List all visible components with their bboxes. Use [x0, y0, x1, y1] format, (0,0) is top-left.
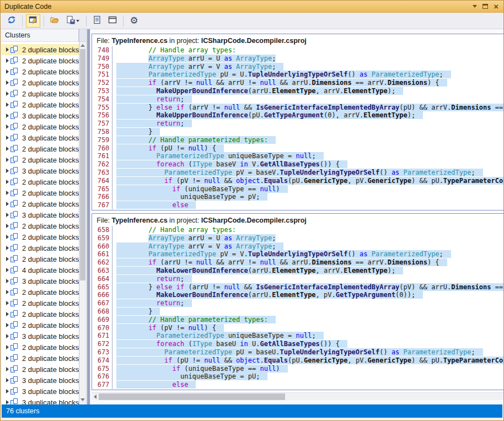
- expander-icon[interactable]: [4, 356, 10, 360]
- expander-icon[interactable]: [4, 158, 10, 162]
- cluster-item[interactable]: 3 duplicate blocks: [2, 331, 79, 342]
- cluster-item[interactable]: 2 duplicate blocks: [2, 342, 79, 353]
- close-icon[interactable]: ×: [494, 3, 498, 10]
- code-area[interactable]: 658 // Handle array types:659 ArrayType …: [92, 226, 504, 389]
- cluster-item[interactable]: 2 duplicate blocks: [2, 55, 79, 66]
- cluster-item[interactable]: 2 duplicate blocks: [2, 364, 79, 375]
- expander-icon[interactable]: [4, 378, 10, 382]
- refresh-button[interactable]: [4, 14, 19, 28]
- cluster-item[interactable]: 2 duplicate blocks: [2, 99, 79, 110]
- cluster-item[interactable]: 2 duplicate blocks: [2, 320, 79, 331]
- cluster-item[interactable]: 2 duplicate blocks: [2, 198, 79, 209]
- horizontal-scrollbar-thumb[interactable]: [99, 393, 285, 400]
- cluster-item[interactable]: 2 duplicate blocks: [2, 154, 79, 165]
- pane-splitter[interactable]: [87, 29, 90, 404]
- clusters-header-label: Clusters: [2, 29, 78, 41]
- cluster-item[interactable]: 4 duplicate blocks: [2, 265, 79, 276]
- expander-icon[interactable]: [4, 268, 10, 272]
- pane-scrollbar-thumb[interactable]: [87, 29, 90, 404]
- expander-icon[interactable]: [4, 290, 10, 294]
- expander-icon[interactable]: [4, 125, 10, 129]
- expander-icon[interactable]: [4, 246, 10, 250]
- scroll-up-icon[interactable]: [79, 42, 86, 49]
- save-dropdown-arrow-icon[interactable]: [76, 20, 79, 22]
- chevron-down-icon[interactable]: [473, 5, 477, 8]
- report-button[interactable]: [90, 14, 104, 28]
- expander-icon[interactable]: [4, 58, 10, 63]
- expander-icon[interactable]: [4, 180, 10, 184]
- cluster-item[interactable]: 2 duplicate blocks: [2, 353, 79, 364]
- title-bar[interactable]: Duplicate Code ×: [1, 1, 503, 13]
- maximize-icon[interactable]: [482, 4, 488, 9]
- cluster-item[interactable]: 2 duplicate blocks: [2, 121, 79, 132]
- cluster-item-label: 2 duplicate blocks: [22, 46, 79, 54]
- expander-icon[interactable]: [4, 102, 10, 107]
- expander-icon[interactable]: [4, 312, 10, 316]
- expander-icon[interactable]: [4, 147, 10, 151]
- expander-icon[interactable]: [4, 367, 10, 371]
- expander-icon[interactable]: [4, 389, 10, 393]
- expander-icon[interactable]: [4, 345, 10, 349]
- cluster-item[interactable]: 3 duplicate blocks: [2, 386, 79, 397]
- cluster-item[interactable]: 2 duplicate blocks: [2, 77, 79, 88]
- expander-icon[interactable]: [4, 69, 10, 74]
- code-line: 668 }: [92, 307, 504, 316]
- expander-icon[interactable]: [4, 279, 10, 283]
- cluster-item[interactable]: 2 duplicate blocks: [2, 220, 79, 231]
- cluster-item[interactable]: 2 duplicate blocks: [2, 66, 79, 77]
- cluster-item[interactable]: 2 duplicate blocks: [2, 253, 79, 265]
- cluster-item[interactable]: 3 duplicate blocks: [2, 397, 79, 404]
- cluster-item[interactable]: 2 duplicate blocks: [2, 143, 79, 154]
- cluster-item[interactable]: 3 duplicate blocks: [2, 276, 79, 287]
- cluster-item[interactable]: 2 duplicate blocks: [2, 187, 79, 198]
- cluster-item[interactable]: 3 duplicate blocks: [2, 375, 79, 386]
- cluster-item[interactable]: 2 duplicate blocks: [2, 309, 79, 320]
- clusters-scrollbar[interactable]: [79, 29, 87, 404]
- line-number: 748: [92, 46, 112, 55]
- cluster-item[interactable]: 2 duplicate blocks: [2, 88, 79, 99]
- cluster-item[interactable]: 2 duplicate blocks: [2, 231, 79, 242]
- clusters-header[interactable]: Clusters: [2, 29, 79, 42]
- open-folder-button[interactable]: [47, 14, 62, 28]
- analyze-toggle-button[interactable]: [26, 14, 40, 28]
- expander-icon[interactable]: [4, 114, 10, 118]
- expander-icon[interactable]: [4, 191, 10, 195]
- expander-icon[interactable]: [4, 213, 10, 217]
- expander-icon[interactable]: [4, 136, 10, 140]
- scroll-left-icon[interactable]: [92, 393, 99, 401]
- cluster-item[interactable]: 2 duplicate blocks: [2, 242, 79, 253]
- cluster-item[interactable]: 2 duplicate blocks: [2, 44, 79, 55]
- expander-icon[interactable]: [4, 202, 10, 206]
- scrollbar-track[interactable]: [79, 49, 86, 396]
- duplicate-highlight: foreach (IType baseV in V.GetAllBaseType…: [116, 160, 347, 168]
- expander-icon[interactable]: [4, 301, 10, 305]
- cluster-item[interactable]: 3 duplicate blocks: [2, 110, 79, 121]
- settings-button[interactable]: ⚙: [127, 14, 141, 28]
- cluster-item[interactable]: 3 duplicate blocks: [2, 209, 79, 220]
- expander-icon[interactable]: [4, 169, 10, 173]
- code-area[interactable]: 748 // Handle array types:749 ArrayType …: [92, 46, 504, 209]
- cluster-item[interactable]: 2 duplicate blocks: [2, 298, 79, 309]
- expander-icon[interactable]: [4, 91, 10, 96]
- cluster-item[interactable]: 2 duplicate blocks: [2, 287, 79, 298]
- cluster-item[interactable]: 3 duplicate blocks: [2, 165, 79, 176]
- expander-icon[interactable]: [4, 47, 10, 52]
- expander-icon[interactable]: [4, 334, 10, 338]
- expander-icon[interactable]: [4, 235, 10, 239]
- expander-icon[interactable]: [4, 80, 10, 85]
- expander-icon[interactable]: [4, 400, 10, 404]
- scrollbar-thumb[interactable]: [80, 49, 85, 280]
- expander-icon[interactable]: [4, 224, 10, 228]
- clusters-list[interactable]: 2 duplicate blocks2 duplicate blocks2 du…: [2, 42, 79, 404]
- duplicate-highlight: return;: [116, 120, 192, 127]
- expander-icon[interactable]: [4, 257, 10, 261]
- save-button[interactable]: [63, 14, 83, 28]
- code-line: 663 MakeLowerBoundInference(arrU.Element…: [92, 267, 504, 275]
- cluster-item[interactable]: 3 duplicate blocks: [2, 132, 79, 143]
- expander-icon[interactable]: [4, 323, 10, 327]
- scroll-down-icon[interactable]: [79, 396, 86, 403]
- line-number: 757: [92, 120, 112, 128]
- cluster-item[interactable]: 2 duplicate blocks: [2, 176, 79, 187]
- new-window-button[interactable]: [105, 14, 120, 28]
- horizontal-scrollbar[interactable]: [92, 392, 504, 400]
